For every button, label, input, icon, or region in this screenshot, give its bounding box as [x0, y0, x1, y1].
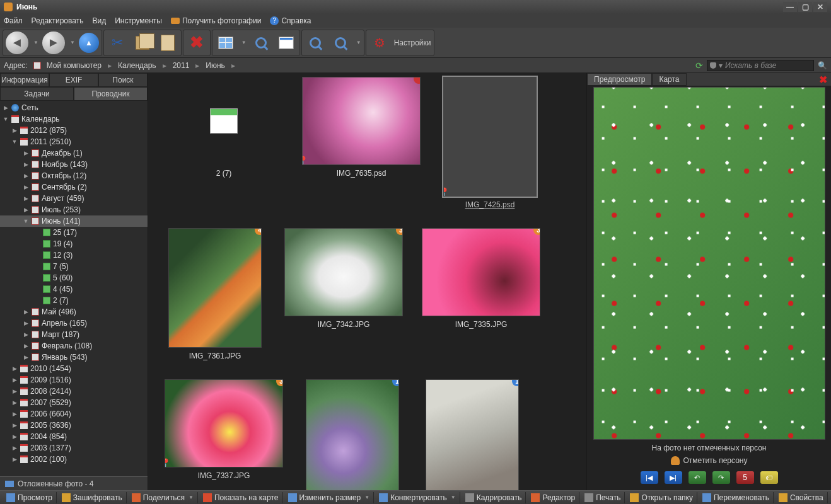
cut-button[interactable]: ✂	[107, 32, 128, 54]
tree-item-year[interactable]: 2004 (854)	[0, 431, 148, 442]
tree-item-day[interactable]: 19 (4)	[0, 238, 148, 249]
tab-info[interactable]: Информация	[0, 73, 49, 87]
thumbnail-selected[interactable]: 📍 IMG_7425.psd	[439, 77, 540, 209]
rotate-right-button[interactable]: ↷	[712, 471, 730, 484]
tree-item-month[interactable]: Июль (253)	[0, 204, 148, 215]
bottom-resize-button[interactable]: Изменить размер▼	[284, 492, 375, 503]
next-image-button[interactable]: ▶|	[665, 471, 682, 484]
tag-person-button[interactable]: Отметить персону	[671, 456, 748, 465]
tree-item-month[interactable]: Ноябрь (143)	[0, 159, 148, 170]
rotate-left-button[interactable]: ↶	[689, 471, 706, 484]
tree-item-calendar[interactable]: Календарь	[0, 113, 148, 125]
tab-search[interactable]: Поиск	[98, 73, 148, 87]
tree-item-month[interactable]: Январь (543)	[0, 352, 148, 363]
breadcrumb[interactable]: Июнь	[206, 61, 225, 70]
search-database-input[interactable]: ▾ Искать в базе	[707, 60, 814, 71]
tab-exif[interactable]: EXIF	[49, 73, 98, 87]
tab-map[interactable]: Карта	[652, 73, 686, 86]
tree-item-network[interactable]: Сеть	[0, 102, 148, 113]
bottom-open-folder-button[interactable]: Открыть папку	[626, 492, 697, 503]
breadcrumb[interactable]: Мой компьютер	[47, 61, 102, 70]
bottom-encrypt-button[interactable]: Зашифровать	[58, 492, 127, 503]
tree-item-year[interactable]: 2002 (100)	[0, 454, 148, 465]
tree-item-day[interactable]: 12 (3)	[0, 249, 148, 261]
paste-button[interactable]	[157, 32, 178, 54]
thumbnail[interactable]: 1📍 img_7979.jpg	[302, 379, 403, 490]
tree-item-month[interactable]: Март (187)	[0, 329, 148, 340]
tree-item-day[interactable]: 7 (5)	[0, 261, 148, 272]
nav-up-button[interactable]: ▲	[79, 33, 99, 53]
breadcrumb[interactable]: Календарь	[118, 61, 156, 70]
minimize-button[interactable]: —	[783, 2, 797, 12]
preview-image[interactable]	[593, 87, 825, 440]
zoom-out-button[interactable]	[330, 32, 351, 54]
tree-item-year[interactable]: 2010 (1454)	[0, 363, 148, 374]
bottom-convert-button[interactable]: Конвертировать▼	[375, 492, 460, 503]
zoom-in-button[interactable]	[305, 32, 326, 54]
chevron-down-icon[interactable]: ▼	[70, 40, 75, 45]
chevron-down-icon[interactable]: ▼	[33, 40, 38, 45]
menu-get-photos[interactable]: Получить фотографии	[171, 16, 261, 25]
tree-item-month[interactable]: Август (459)	[0, 193, 148, 204]
rating-button[interactable]: 5	[736, 471, 754, 484]
menu-edit[interactable]: Редактировать	[32, 16, 84, 25]
delete-button[interactable]: ✖	[186, 32, 207, 54]
thumbnail[interactable]: 4 IMG_7361.JPG	[165, 228, 265, 360]
tree-item-year[interactable]: 2007 (5529)	[0, 397, 148, 408]
tree-item-month[interactable]: Сентябрь (2)	[0, 181, 148, 193]
bottom-share-button[interactable]: Поделиться▼	[128, 492, 198, 503]
bottom-show-on-map-button[interactable]: Показать на карте	[199, 492, 283, 503]
view-preview-button[interactable]	[250, 32, 272, 54]
bottom-editor-button[interactable]: Редактор	[527, 492, 579, 503]
settings-button[interactable]: ⚙	[369, 32, 390, 54]
tree-item-year[interactable]: 2008 (2414)	[0, 386, 148, 397]
maximize-button[interactable]: ▢	[798, 2, 812, 12]
menu-file[interactable]: Файл	[4, 16, 23, 25]
view-thumbs-button[interactable]	[215, 32, 236, 54]
breadcrumb[interactable]: 2011	[173, 61, 190, 70]
thumbnail[interactable]: 3 IMG_7342.JPG	[284, 228, 403, 360]
tree-item-day[interactable]: 5 (60)	[0, 272, 148, 284]
thumbnail[interactable]: 3📍 IMG_7337.JPG	[165, 379, 283, 490]
search-icon[interactable]: 🔍	[818, 61, 827, 70]
bottom-properties-button[interactable]: Свойства	[775, 492, 828, 503]
tree-item-month[interactable]: Октябрь (12)	[0, 170, 148, 181]
close-panel-button[interactable]: ✖	[815, 74, 831, 86]
tree-item-day[interactable]: 25 (17)	[0, 227, 148, 238]
bottom-print-button[interactable]: Печать	[581, 492, 625, 503]
chevron-down-icon[interactable]: ▼	[356, 40, 361, 45]
tree-item-year[interactable]: 2005 (3636)	[0, 420, 148, 431]
thumbnail[interactable]: 1 img_4117.psd	[422, 379, 523, 490]
tree-item-month[interactable]: Апрель (165)	[0, 318, 148, 329]
tree-item-year[interactable]: 2012 (875)	[0, 125, 148, 136]
nav-back-button[interactable]: ◄	[6, 32, 28, 54]
tree-item-month[interactable]: Февраль (108)	[0, 340, 148, 352]
tree-item-year[interactable]: 2006 (6604)	[0, 408, 148, 420]
tab-preview[interactable]: Предпросмотр	[587, 73, 652, 86]
tree-item-year[interactable]: 2011 (2510)	[0, 136, 148, 147]
pending-photos-bar[interactable]: Отложенные фото - 4	[0, 476, 148, 490]
bottom-rename-button[interactable]: Переименовать	[699, 492, 774, 503]
menu-help[interactable]: ?Справка	[270, 16, 311, 25]
tree-item-month[interactable]: Май (496)	[0, 306, 148, 318]
thumbnail[interactable]: 📍 IMG_7635.psd	[302, 77, 421, 209]
tag-button[interactable]: 🏷	[760, 471, 778, 484]
close-button[interactable]: ✕	[813, 2, 827, 12]
chevron-down-icon[interactable]: ▼	[241, 40, 247, 45]
prev-image-button[interactable]: |◀	[641, 471, 658, 484]
tab-tasks[interactable]: Задачи	[0, 87, 74, 101]
tab-explorer[interactable]: Проводник	[74, 87, 148, 101]
view-window-button[interactable]	[276, 32, 297, 54]
tree-item-month-june[interactable]: Июнь (141)	[0, 215, 148, 227]
nav-forward-button[interactable]: ►	[42, 32, 65, 54]
folder-thumbnail[interactable]: 2 (7)	[165, 77, 283, 209]
tree-item-year[interactable]: 2003 (1377)	[0, 442, 148, 454]
tree-item-year[interactable]: 2009 (1516)	[0, 374, 148, 386]
menu-tools[interactable]: Инструменты	[115, 16, 162, 25]
tree-item-day[interactable]: 4 (45)	[0, 284, 148, 295]
bottom-view-button[interactable]: Просмотр	[3, 492, 57, 503]
thumbnail[interactable]: 3 IMG_7335.JPG	[422, 228, 540, 360]
bottom-crop-button[interactable]: Кадрировать	[462, 492, 526, 503]
menu-view[interactable]: Вид	[92, 16, 106, 25]
copy-button[interactable]	[132, 32, 153, 54]
